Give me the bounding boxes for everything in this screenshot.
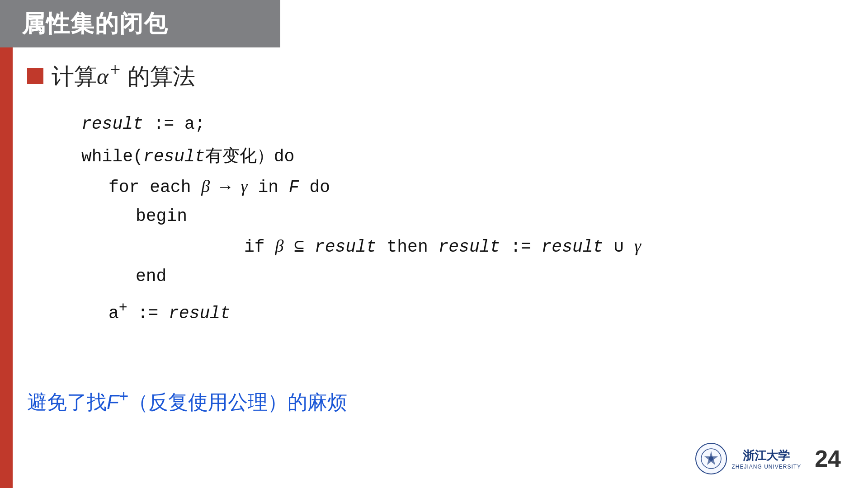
- heading-label: 计算α+ 的算法: [52, 59, 195, 92]
- algo-line-5: if β ⊆ result then result := result ∪ γ: [244, 231, 841, 262]
- footer: 浙江大学 ZHEJIANG UNIVERSITY 24: [695, 443, 841, 474]
- bullet-icon: [27, 68, 43, 84]
- logo-circle: [695, 443, 727, 474]
- university-name: 浙江大学 ZHEJIANG UNIVERSITY: [731, 448, 801, 470]
- algo-end: end: [136, 262, 166, 291]
- algo-line-2: while(result有变化）do: [81, 142, 841, 172]
- algorithm-block: result := a; while(result有变化）do for each…: [81, 110, 841, 328]
- university-logo: 浙江大学 ZHEJIANG UNIVERSITY: [695, 443, 801, 474]
- algo-if: if β ⊆ result then result := result ∪ γ: [244, 231, 641, 262]
- algo-line-6: end: [136, 262, 841, 291]
- bottom-note: 避免了找F+（反复使用公理）的麻烦: [27, 387, 347, 416]
- algo-begin: begin: [136, 202, 187, 231]
- uni-name-cn: 浙江大学: [743, 448, 790, 464]
- algo-line-7: a+ := result: [108, 296, 841, 328]
- uni-name-en: ZHEJIANG UNIVERSITY: [731, 464, 801, 470]
- algo-while: while(result有变化）do: [81, 142, 294, 172]
- university-emblem: [700, 447, 722, 470]
- algo-assign-1: := a;: [143, 110, 205, 139]
- main-content: 计算α+ 的算法 result := a; while(result有变化）do…: [27, 59, 841, 328]
- left-accent-bar: [0, 0, 13, 488]
- title-bar: 属性集的闭包: [0, 0, 280, 47]
- svg-point-2: [709, 456, 713, 461]
- slide-title: 属性集的闭包: [22, 8, 168, 40]
- algo-line-3: for each β → γ in F do: [108, 172, 841, 202]
- algo-result-1: result: [81, 110, 143, 139]
- page-number: 24: [815, 445, 841, 472]
- algo-for: for each β → γ in F do: [108, 172, 330, 202]
- algo-line-4: begin: [136, 202, 841, 231]
- algo-a-plus: a+ := result: [108, 296, 231, 328]
- bullet-heading: 计算α+ 的算法: [27, 59, 841, 92]
- algo-line-1: result := a;: [81, 110, 841, 139]
